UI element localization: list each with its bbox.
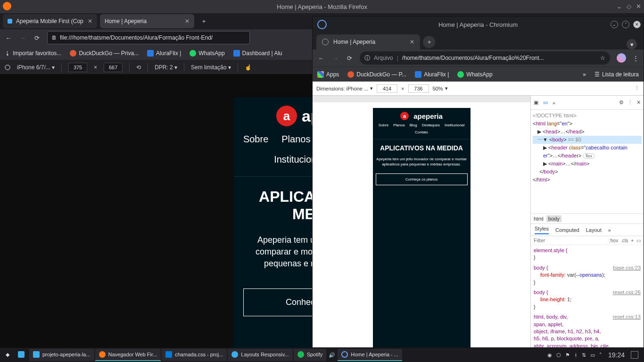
bookmark-apps[interactable]: Apps [317,71,339,78]
cls-toggle[interactable]: .cls [621,238,628,243]
tab-layout[interactable]: Layout [586,227,602,233]
nav-contato[interactable]: Contato [415,130,428,134]
window-title: Home | Apeperia - Mozilla Firefox [277,3,367,10]
zoom-select[interactable]: 50% ▾ [433,85,448,91]
task-vscode[interactable]: chamada.css - proj... [162,349,227,361]
close-icon[interactable]: ✕ [633,21,641,28]
bookmark-aluraflix[interactable]: AluraFlix | [415,71,449,78]
network-icon[interactable]: ⇅ [582,352,586,358]
nav-planos[interactable]: Planos [393,123,405,127]
close-tab-icon[interactable]: ✕ [185,18,190,25]
tab-home-apeperia[interactable]: Home | Apeperia ✕ [100,14,194,28]
task-spotify[interactable]: Spotify [294,349,327,361]
tab-label: Apeperia Mobile First (Cop [16,18,83,25]
task-layouts[interactable]: Layouts Responsiv... [228,349,292,361]
minimize-icon[interactable]: ⌄ [617,3,622,10]
device-toggle-icon[interactable]: ▭ [543,99,548,106]
add-rule[interactable]: + [631,238,634,243]
rotate-icon[interactable]: ⟲ [136,64,141,71]
task-project[interactable]: projeto-apeperia-la... [29,349,94,361]
firefox-icon [99,351,106,358]
battery-icon[interactable]: ▭ [590,352,595,358]
bookmark-aluraflix[interactable]: AluraFlix | [147,50,181,57]
back-icon[interactable]: ← [5,34,12,41]
show-desktop[interactable] [631,351,638,359]
tray-icon[interactable]: ⬡ [556,352,561,358]
styles-filter-input[interactable] [534,238,606,243]
tray-icon[interactable]: ◉ [547,352,552,358]
more-icon[interactable]: ⋮ [627,99,633,106]
overflow-icon[interactable]: » [608,227,611,233]
style-rules[interactable]: element.style { } base.css:23body { font… [531,245,644,347]
settings-icon[interactable]: ⚙ [619,99,624,106]
reading-list[interactable]: ☰Lista de leitura [594,71,639,78]
overflow-icon[interactable]: » [553,100,555,106]
clock[interactable]: 19:24 [606,351,627,359]
height-input[interactable] [104,63,123,72]
bookmark-duckduckgo[interactable]: DuckDuckGo — P... [347,71,406,78]
nav-blog[interactable]: Blog [410,123,417,127]
throttle-select[interactable]: Sem limitação ▾ [191,64,231,71]
file-manager[interactable] [14,349,28,361]
bookmark-whatsapp[interactable]: WhatsApp [457,71,492,78]
width-input[interactable] [377,84,397,93]
device-select[interactable]: Dimensions: iPhone ... ▾ [316,85,373,91]
cta-button[interactable]: Conheça os planos [376,173,468,185]
minimize-icon[interactable]: ⌄ [611,21,618,28]
dom-breadcrumb[interactable]: html body [531,214,644,224]
bookmark-import[interactable]: ⭳Importar favoritos... [5,50,61,57]
width-input[interactable] [68,63,87,72]
bluetooth-icon[interactable]: ᚼ [574,352,578,358]
search-tabs-icon[interactable]: ▾ [627,39,637,49]
info-icon[interactable]: ⓘ [364,54,370,62]
vscode-icon [165,351,172,358]
reload-icon[interactable]: ⟳ [346,55,353,62]
device-select[interactable]: iPhone 6/7/... ▾ [17,64,55,71]
app-launcher[interactable]: ◆ [2,349,13,361]
close-devtools-icon[interactable]: ✕ [636,99,641,106]
tab-styles[interactable]: Styles [535,226,549,234]
task-firefox[interactable]: Navegador Web Fir... [95,349,161,361]
nav-institucional[interactable]: Institucional [445,123,464,127]
styles-tabs: Styles Computed Layout » [531,224,644,236]
new-tab-button[interactable]: ＋ [197,15,210,28]
reload-icon[interactable]: ⟳ [33,34,41,41]
nav-planos[interactable]: Planos [281,134,310,145]
bookmark-duckduckgo[interactable]: DuckDuckGo — Priva... [70,50,139,57]
tab-apeperia-mobile[interactable]: Apeperia Mobile First (Cop ✕ [3,14,97,28]
dom-tree[interactable]: <!DOCTYPE html> <html lang="en"> ▶ <head… [531,110,644,214]
bookmark-whatsapp[interactable]: WhatsApp [190,50,224,57]
inspect-icon[interactable]: ▣ [534,99,538,106]
tab-favicon-icon [8,19,12,24]
more-icon[interactable]: ⋮ [635,85,640,91]
task-chromium[interactable]: Home | Apeperia - ... [338,349,402,361]
tab-computed[interactable]: Computed [555,227,579,233]
omnibox[interactable]: ⓘ Arquivo | /home/thatsme/Documentos/Alu… [360,51,610,65]
height-input[interactable] [408,84,429,93]
maximize-icon[interactable]: ˄ [622,21,629,28]
touch-icon[interactable]: ☝ [245,64,252,71]
folder-icon [33,351,40,358]
new-tab-button[interactable]: ＋ [423,36,435,48]
url-bar[interactable]: 🗎 file:///home/thatsme/Documentos/Alura/… [47,31,250,44]
nav-destaques[interactable]: Destaques [422,123,440,127]
volume-icon[interactable]: 🔊 [327,352,337,358]
close-icon[interactable]: ✕ [636,3,641,10]
back-icon[interactable]: ← [317,55,325,62]
bookmark-dashboard[interactable]: Dashboard | Alu [233,50,282,57]
nav-sobre[interactable]: Sobre [379,123,388,127]
menu-icon[interactable]: ⋮ [633,55,639,62]
tray-icon[interactable]: ⚑ [565,352,570,358]
profile-avatar[interactable] [617,53,626,63]
device-icon[interactable]: ▭ [636,238,641,243]
chevron-up-icon[interactable]: ˄ [599,352,602,358]
close-tab-icon[interactable]: ✕ [410,39,414,45]
nav-sobre[interactable]: Sobre [243,134,268,145]
hov-toggle[interactable]: :hov [609,238,618,243]
tab-home-apeperia[interactable]: Home | Apeperia ✕ [316,34,420,49]
dpr-select[interactable]: DPR: 2 ▾ [155,64,177,71]
maximize-icon[interactable]: ◇ [627,3,631,10]
bookmarks-overflow[interactable]: » [583,71,586,78]
star-icon[interactable]: ☆ [600,55,605,61]
close-tab-icon[interactable]: ✕ [88,18,92,25]
